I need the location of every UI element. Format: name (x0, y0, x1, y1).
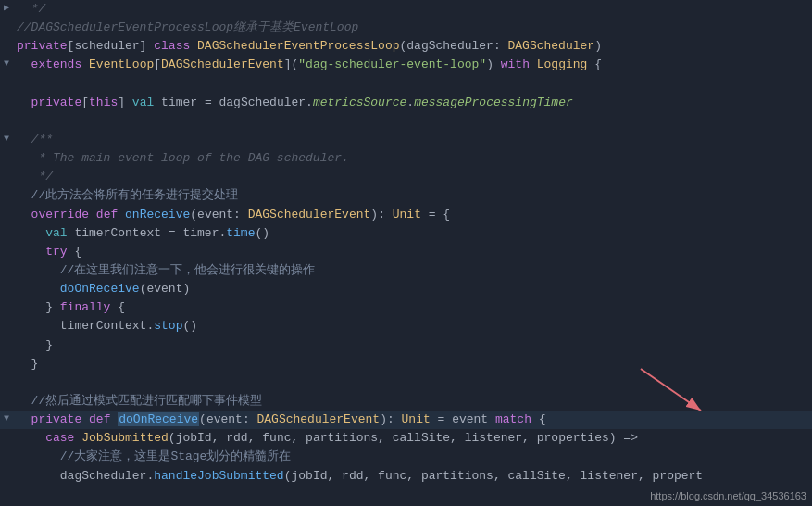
line-gutter: ▼ (0, 131, 13, 146)
code-line: case JobSubmitted(jobId, rdd, func, part… (0, 429, 812, 448)
line-content: doOnReceive(event) (13, 280, 812, 298)
line-content: private[this] val timer = dagScheduler.m… (13, 94, 812, 112)
line-content (13, 112, 812, 131)
line-content: //此方法会将所有的任务进行提交处理 (13, 186, 812, 205)
code-line: doOnReceive(event) (0, 280, 812, 298)
line-gutter (0, 486, 13, 487)
code-line: } (0, 336, 812, 355)
line-gutter (0, 224, 13, 225)
code-line: try { (0, 243, 812, 261)
line-content: extends EventLoop[DAGSchedulerEvent]("da… (13, 56, 812, 74)
line-content: //然后通过模式匹配进行匹配哪下事件模型 (13, 392, 812, 411)
code-line: //DAGSchedulerEventProcessLoop继承于基类Event… (0, 19, 812, 37)
line-gutter (0, 19, 13, 19)
line-gutter (0, 94, 13, 95)
line-gutter (0, 392, 13, 393)
line-content: override def onReceive(event: DAGSchedul… (13, 206, 812, 224)
code-line (0, 112, 812, 131)
line-content: timerContext.stop() (13, 317, 812, 335)
code-line: private[scheduler] class DAGSchedulerEve… (0, 37, 812, 56)
line-content: * The main event loop of the DAG schedul… (13, 149, 812, 168)
line-gutter (0, 112, 13, 113)
line-content: //在这里我们注意一下，他会进行很关键的操作 (13, 261, 812, 280)
code-line: * The main event loop of the DAG schedul… (0, 149, 812, 168)
code-lines: ▶ */ //DAGSchedulerEventProcessLoop继承于基类… (0, 0, 812, 506)
line-content: case JobSubmitted(jobId, rdd, func, part… (13, 429, 812, 448)
code-line: } finally { (0, 298, 812, 317)
line-content: private[scheduler] class DAGSchedulerEve… (13, 37, 812, 56)
line-gutter (0, 448, 13, 449)
line-gutter (0, 298, 13, 299)
line-content: //大家注意，这里是Stage划分的精髓所在 (13, 448, 812, 466)
line-gutter: ▼ (0, 56, 13, 71)
line-gutter (0, 168, 13, 169)
line-content: } finally { (13, 298, 812, 317)
line-gutter (0, 75, 13, 76)
line-content: val timerContext = timer.time() (13, 224, 812, 243)
code-line: //此方法会将所有的任务进行提交处理 (0, 186, 812, 205)
line-content: } (13, 355, 812, 373)
code-line: } (0, 355, 812, 373)
code-line: ▶ */ (0, 0, 812, 19)
line-content: /** (13, 131, 812, 149)
line-content: //DAGSchedulerEventProcessLoop继承于基类Event… (13, 19, 812, 37)
code-line: ▼ /** (0, 131, 812, 149)
line-content: dagScheduler.handleJobSubmitted(jobId, r… (13, 467, 812, 486)
line-gutter (0, 206, 13, 207)
line-gutter (0, 243, 13, 244)
line-content: } (13, 336, 812, 355)
line-content: */ (13, 0, 812, 19)
code-line: private[this] val timer = dagScheduler.m… (0, 94, 812, 112)
line-content (13, 373, 812, 392)
line-gutter (0, 280, 13, 281)
line-gutter (0, 429, 13, 430)
code-line: //然后通过模式匹配进行匹配哪下事件模型 (0, 392, 812, 411)
watermark: https://blog.csdn.net/qq_34536163 (644, 487, 812, 506)
line-gutter (0, 373, 13, 374)
code-line (0, 75, 812, 94)
code-line (0, 373, 812, 392)
code-line: */ (0, 168, 812, 186)
code-line: timerContext.stop() (0, 317, 812, 335)
code-line: val timerContext = timer.time() (0, 224, 812, 243)
line-gutter (0, 336, 13, 337)
code-line-highlighted: ▼ private def doOnReceive(event: DAGSche… (0, 411, 812, 429)
code-line: ▼ extends EventLoop[DAGSchedulerEvent]("… (0, 56, 812, 74)
line-gutter (0, 467, 13, 468)
line-gutter (0, 504, 13, 505)
code-editor: ▶ */ //DAGSchedulerEventProcessLoop继承于基类… (0, 0, 812, 506)
line-gutter (0, 37, 13, 38)
line-gutter (0, 149, 13, 150)
line-content: try { (13, 243, 812, 261)
code-line: //在这里我们注意一下，他会进行很关键的操作 (0, 261, 812, 280)
line-content: private def doOnReceive(event: DAGSchedu… (13, 411, 812, 429)
code-line: override def onReceive(event: DAGSchedul… (0, 206, 812, 224)
line-gutter (0, 317, 13, 318)
line-content: */ (13, 168, 812, 186)
line-content (13, 75, 812, 94)
line-gutter: ▼ (0, 411, 13, 426)
line-gutter (0, 355, 13, 356)
code-line: dagScheduler.handleJobSubmitted(jobId, r… (0, 467, 812, 486)
code-line: //大家注意，这里是Stage划分的精髓所在 (0, 448, 812, 466)
line-gutter (0, 186, 13, 187)
line-gutter (0, 261, 13, 262)
line-gutter: ▶ (0, 0, 13, 16)
